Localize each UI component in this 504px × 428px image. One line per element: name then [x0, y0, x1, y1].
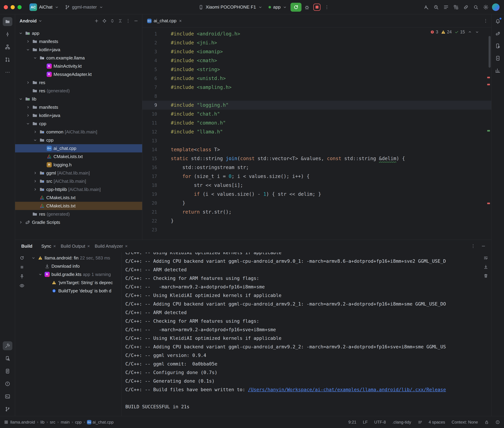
tree-item-src[interactable]: src [AiChat.lib.main] — [15, 177, 142, 185]
chevron-down-icon[interactable] — [18, 31, 23, 36]
tree-item-res[interactable]: res (generated) — [15, 87, 142, 95]
prev-issue-icon[interactable] — [468, 30, 472, 34]
logcat-icon[interactable] — [3, 367, 12, 376]
run-config-selector[interactable]: app — [266, 3, 290, 11]
chevron-down-icon[interactable] — [33, 138, 38, 143]
link-icon[interactable] — [461, 3, 470, 12]
tree-item-manifests[interactable]: manifests — [15, 37, 142, 46]
more-tools-icon[interactable] — [3, 68, 12, 77]
stripe-mark[interactable] — [487, 203, 490, 204]
code-line-17[interactable]: 17 for (size_t i = 0; i < values.size();… — [142, 172, 491, 181]
build-variants-icon[interactable] — [452, 3, 461, 12]
preview-icon[interactable] — [18, 282, 26, 289]
code-line-13[interactable]: 13 — [142, 136, 491, 145]
resource-context[interactable]: Context: None — [452, 420, 478, 425]
rerun-icon[interactable] — [18, 255, 26, 261]
close-tab-icon[interactable]: × — [53, 244, 56, 249]
code-line-4[interactable]: 4#include <cmath> — [142, 56, 491, 65]
expand-all-icon[interactable] — [109, 17, 116, 25]
tree-item-manifests[interactable]: manifests — [15, 103, 142, 111]
chevron-right-icon[interactable] — [25, 80, 31, 85]
app-insights-icon[interactable] — [493, 66, 503, 75]
pin-icon[interactable] — [18, 273, 26, 280]
zoom-window-button[interactable] — [17, 5, 22, 9]
breadcrumb-llama-android[interactable]: llama.android — [10, 420, 35, 425]
inspect-icon[interactable] — [422, 3, 431, 12]
formatter[interactable] — [418, 420, 422, 424]
hide-panel-icon[interactable] — [132, 17, 140, 25]
breadcrumb-main[interactable]: main — [61, 420, 70, 425]
tree-item-app[interactable]: app — [15, 29, 142, 37]
inspections-widget[interactable]: 3 24 15 — [430, 29, 479, 34]
code-line-22[interactable]: 22} — [142, 216, 491, 225]
chevron-down-icon[interactable] — [33, 55, 38, 60]
code-line-2[interactable]: 2#include <jni.h> — [142, 38, 491, 47]
chevron-down-icon[interactable] — [25, 47, 31, 52]
code-editor[interactable]: 1#include <android/log.h> 2#include <jni… — [142, 27, 491, 240]
code-line-8[interactable]: 8 — [142, 92, 491, 101]
run-button[interactable] — [290, 3, 301, 12]
code-line-15[interactable]: 15static std::string join(const std::vec… — [142, 154, 491, 163]
tree-item-ai-chat-cpp[interactable]: C++ ai_chat.cpp — [15, 144, 142, 152]
chevron-down-icon[interactable] — [38, 272, 43, 277]
build-tree-item-download-info[interactable]: Download info — [29, 262, 121, 270]
task-list-icon[interactable] — [442, 3, 451, 12]
breadcrumb-lib[interactable]: lib — [40, 420, 44, 425]
code-line-19[interactable]: 19 if (i < values.size() - 1) { str << d… — [142, 190, 491, 199]
breadcrumb-cpp[interactable]: cpp — [75, 420, 82, 425]
more-run-actions-button[interactable] — [322, 3, 331, 12]
build-tab-build-analyzer[interactable]: Build Analyzer × — [92, 244, 130, 249]
file-encoding[interactable]: UTF-8 — [374, 420, 386, 425]
assistant-avatar-icon[interactable] — [491, 3, 500, 12]
device-explorer-icon[interactable] — [3, 354, 12, 363]
build-tab-build-output[interactable]: Build Output × — [58, 244, 92, 249]
code-line-10[interactable]: 10#include "chat.h" — [142, 110, 491, 118]
event-log[interactable] — [495, 420, 500, 424]
debug-button[interactable] — [302, 3, 311, 12]
close-tab-icon[interactable] — [179, 19, 182, 23]
soft-wrap-icon[interactable] — [482, 255, 490, 261]
build-tree-item-llama-android-fin[interactable]: llama.android: fin 22 sec, 583 ms — [29, 254, 121, 262]
running-devices-icon[interactable] — [493, 54, 503, 63]
indent-style[interactable]: 4 spaces — [429, 420, 445, 425]
close-window-button[interactable] — [4, 5, 8, 9]
project-icon[interactable] — [3, 17, 12, 26]
code-line-23[interactable]: 23 — [142, 225, 491, 234]
tree-item-logging-h[interactable]: H logging.h — [15, 161, 142, 169]
chevron-right-icon[interactable] — [18, 220, 23, 225]
code-line-5[interactable]: 5#include <string> — [142, 65, 491, 74]
code-line-3[interactable]: 3#include <iomanip> — [142, 47, 491, 56]
readonly-toggle[interactable] — [485, 420, 489, 424]
tree-item-ggml[interactable]: ggml [AiChat.lib.main] — [15, 169, 142, 177]
chevron-right-icon[interactable] — [25, 105, 31, 110]
stripe-mark[interactable] — [487, 130, 490, 132]
tree-item-res[interactable]: res (generated) — [15, 210, 142, 218]
hide-panel-icon[interactable] — [479, 242, 488, 251]
pull-requests-icon[interactable] — [3, 55, 12, 64]
more-options-icon[interactable] — [469, 242, 478, 251]
close-tab-icon[interactable]: × — [125, 244, 128, 249]
editor-tab-ai-chat-cpp[interactable]: C++ ai_chat.cpp — [142, 14, 186, 27]
minimize-window-button[interactable] — [11, 5, 15, 9]
collapse-all-icon[interactable] — [116, 17, 124, 25]
notifications-icon[interactable] — [493, 17, 503, 26]
tree-item-cmakelists-txt[interactable]: CMakeLists.txt — [15, 152, 142, 161]
code-line-21[interactable]: 21 return str.str(); — [142, 208, 491, 216]
project-view-selector[interactable]: Android — [19, 18, 37, 24]
next-issue-icon[interactable] — [475, 30, 479, 34]
device-manager-icon[interactable] — [493, 41, 503, 50]
problems-icon[interactable] — [3, 379, 12, 388]
stripe-mark[interactable] — [487, 84, 490, 85]
stop-square-icon[interactable] — [18, 264, 26, 271]
tree-item-res[interactable]: res — [15, 78, 142, 87]
clear-icon[interactable] — [482, 272, 490, 279]
settings-icon[interactable] — [481, 3, 490, 12]
build-tree-item-build-gradle-kts[interactable]: K build.gradle.kts app 1 warning — [29, 270, 121, 279]
console-file-link[interactable]: /Users/hanyin/Workspace/ai-chat/examples… — [248, 387, 446, 392]
chevron-right-icon[interactable] — [33, 170, 38, 176]
tree-item-cmakelists-txt[interactable]: CMakeLists.txt — [15, 202, 142, 210]
code-line-14[interactable]: 14template<class T> — [142, 145, 491, 154]
chevron-right-icon[interactable] — [25, 39, 31, 44]
stripe-mark[interactable] — [487, 77, 490, 78]
code-line-7[interactable]: 7#include <sampling.h> — [142, 83, 491, 92]
